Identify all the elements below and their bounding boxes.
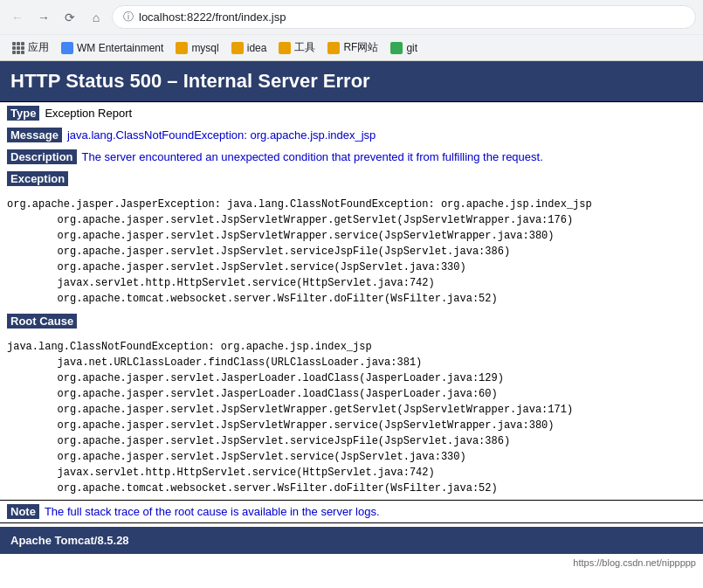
home-button[interactable]: ⌂	[86, 7, 107, 28]
bookmark-idea[interactable]: idea	[226, 39, 272, 57]
footer-text: Apache Tomcat/8.5.28	[10, 534, 129, 547]
bookmark-label-idea: idea	[247, 42, 267, 54]
note-label: Note	[7, 504, 39, 519]
bookmark-label-tools: 工具	[294, 40, 315, 55]
back-button[interactable]: ←	[7, 7, 28, 28]
bookmark-label-mysql: mysql	[191, 42, 218, 54]
forward-button[interactable]: →	[33, 7, 54, 28]
url-text: localhost:8222/front/index.jsp	[139, 10, 286, 24]
grid-icon	[12, 42, 24, 54]
footer-divider	[0, 522, 703, 523]
bookmark-label-rf: RF网站	[343, 40, 378, 55]
bookmark-git[interactable]: git	[385, 39, 423, 57]
bookmark-mysql[interactable]: mysql	[170, 39, 224, 57]
note-value: The full stack trace of the root cause i…	[45, 505, 380, 518]
message-row: Message java.lang.ClassNotFoundException…	[0, 124, 703, 146]
browser-toolbar: ← → ⟳ ⌂ ⓘ localhost:8222/front/index.jsp	[0, 0, 703, 34]
apps-button[interactable]: 应用	[7, 38, 54, 58]
bookmark-label-wm: WM Entertainment	[77, 42, 163, 54]
bookmarks-bar: 应用 WM Entertainment mysql idea 工具 RF网站 g…	[0, 34, 703, 60]
bookmark-icon-idea	[231, 42, 244, 54]
bookmark-icon-git	[390, 42, 403, 54]
note-row: Note The full stack trace of the root ca…	[0, 501, 703, 522]
message-label: Message	[7, 128, 62, 142]
title-bar: HTTP Status 500 – Internal Server Error	[0, 61, 703, 101]
bookmark-icon-mysql	[176, 42, 188, 54]
root-cause-section: Root Cause	[0, 310, 703, 336]
watermark-text: https://blog.csdn.net/nippppp	[573, 557, 696, 568]
bookmark-icon-wm	[61, 42, 73, 54]
root-cause-label: Root Cause	[7, 314, 77, 329]
exception-section: Exception	[0, 168, 703, 193]
description-label: Description	[7, 149, 77, 164]
lock-icon: ⓘ	[123, 10, 134, 24]
watermark: https://blog.csdn.net/nippppp	[0, 554, 703, 571]
bookmark-tools[interactable]: 工具	[273, 38, 320, 58]
footer-bar: Apache Tomcat/8.5.28	[0, 527, 703, 554]
bookmark-label-git: git	[406, 42, 417, 54]
apps-label: 应用	[28, 40, 49, 55]
bookmark-icon-rf	[327, 42, 340, 54]
type-value: Exception Report	[45, 107, 132, 120]
browser-chrome: ← → ⟳ ⌂ ⓘ localhost:8222/front/index.jsp…	[0, 0, 703, 61]
page-content: HTTP Status 500 – Internal Server Error …	[0, 61, 703, 571]
exception-label: Exception	[7, 171, 68, 186]
bookmark-icon-tools	[279, 42, 291, 54]
type-row: Type Exception Report	[0, 102, 703, 124]
address-bar[interactable]: ⓘ localhost:8222/front/index.jsp	[112, 5, 696, 29]
exception-trace: org.apache.jasper.JasperException: java.…	[0, 193, 703, 310]
bookmark-rf[interactable]: RF网站	[322, 38, 383, 58]
description-value: The server encountered an unexpected con…	[82, 150, 543, 163]
description-row: Description The server encountered an un…	[0, 146, 703, 168]
bookmark-wm[interactable]: WM Entertainment	[56, 39, 169, 57]
reload-button[interactable]: ⟳	[59, 7, 80, 28]
page-title: HTTP Status 500 – Internal Server Error	[10, 70, 693, 93]
root-cause-trace: java.lang.ClassNotFoundException: org.ap…	[0, 336, 703, 500]
type-label: Type	[7, 106, 39, 121]
message-value[interactable]: java.lang.ClassNotFoundException: org.ap…	[67, 128, 376, 142]
